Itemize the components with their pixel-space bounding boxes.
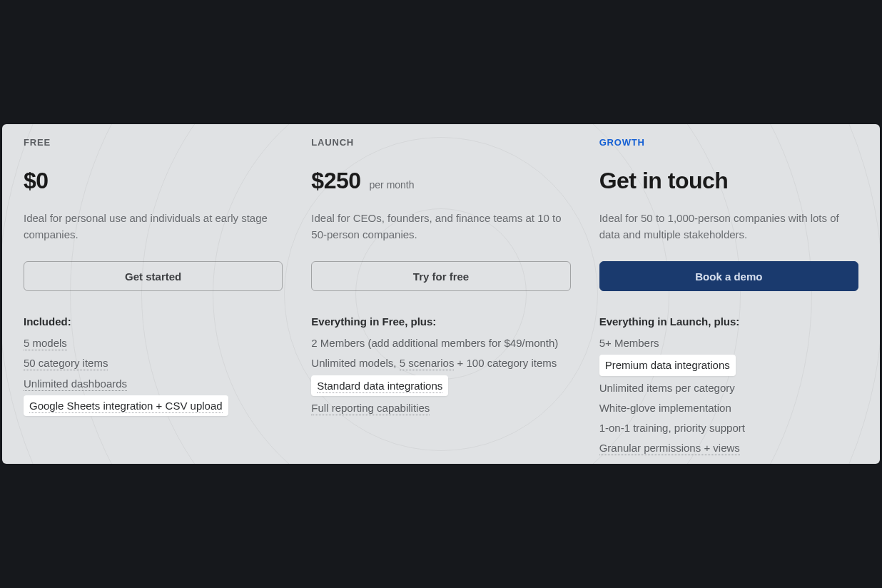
feature-highlight: Standard data integrations [311,375,448,396]
feature-text: 50 category items [24,357,108,370]
features-header: Everything in Launch, plus: [599,315,858,328]
feature-text: 1-on-1 training, priority support [599,422,745,434]
features-header: Everything in Free, plus: [311,315,570,328]
feature-text: Full reporting capabilities [311,402,430,415]
feature-item: Full reporting capabilities [311,400,570,416]
tier-price: $250 [311,168,360,194]
features-list: 5+ MembersPremium data integrationsUnlim… [599,335,858,464]
price-period: per month [370,179,415,191]
price-row: $0 [24,168,283,194]
cta-button-growth[interactable]: Book a demo [599,261,858,291]
tier-description: Ideal for CEOs, founders, and finance te… [311,210,570,244]
feature-highlight: Premium data integrations [599,355,736,375]
feature-text: 2 Members (add additional members for $4… [311,337,558,349]
price-row: $250per month [311,168,570,194]
feature-item: 1-on-1 training, priority support [599,420,858,436]
features-list: 2 Members (add additional members for $4… [311,335,570,416]
tier-name: FREE [24,137,283,148]
feature-item: SAML SSO [599,460,858,465]
pricing-tier-launch: LAUNCH$250per monthIdeal for CEOs, found… [311,137,570,450]
feature-item: Granular permissions + views [599,440,858,456]
pricing-tier-growth: GROWTHGet in touchIdeal for 50 to 1,000-… [599,137,858,450]
feature-item: Unlimited items per category [599,380,858,396]
pricing-section: FREE$0Ideal for personal use and individ… [2,124,880,464]
tier-price: Get in touch [599,168,729,194]
feature-item: Unlimited models, 5 scenarios + 100 cate… [311,355,570,371]
feature-text: Unlimited dashboards [24,377,127,391]
feature-text: Granular permissions + views [599,442,740,455]
feature-text: SAML SSO [599,462,654,465]
feature-item: Premium data integrations [599,355,858,375]
feature-item: 50 category items [24,355,283,371]
features-header: Included: [24,315,283,328]
tier-name: GROWTH [599,137,858,148]
pricing-tier-free: FREE$0Ideal for personal use and individ… [24,137,283,450]
feature-item: Google Sheets integration + CSV upload [24,395,283,416]
feature-item: Standard data integrations [311,375,570,396]
feature-text: Premium data integrations [605,359,730,371]
tier-name: LAUNCH [311,137,570,148]
feature-text: Google Sheets integration + CSV upload [29,400,223,413]
feature-highlight: Google Sheets integration + CSV upload [24,395,228,416]
feature-item: Unlimited dashboards [24,375,283,392]
cta-button-launch[interactable]: Try for free [311,261,570,291]
feature-text: Unlimited models, [311,357,399,369]
tier-price: $0 [24,168,49,194]
feature-item: 5+ Members [599,335,858,351]
feature-text: White-glove implementation [599,402,731,414]
price-row: Get in touch [599,168,858,194]
feature-text: 5+ Members [599,337,659,349]
feature-text: Unlimited items per category [599,382,735,394]
tier-description: Ideal for personal use and individuals a… [24,210,283,244]
feature-text: + 100 category items [454,357,557,369]
cta-button-free[interactable]: Get started [24,261,283,291]
tier-description: Ideal for 50 to 1,000-person companies w… [599,210,858,244]
feature-text: Standard data integrations [317,380,442,393]
feature-text: 5 scenarios [400,357,455,370]
feature-text: 5 models [24,337,67,350]
features-list: 5 models50 category itemsUnlimited dashb… [24,335,283,416]
feature-item: White-glove implementation [599,400,858,416]
feature-item: 2 Members (add additional members for $4… [311,335,570,351]
feature-item: 5 models [24,335,283,351]
